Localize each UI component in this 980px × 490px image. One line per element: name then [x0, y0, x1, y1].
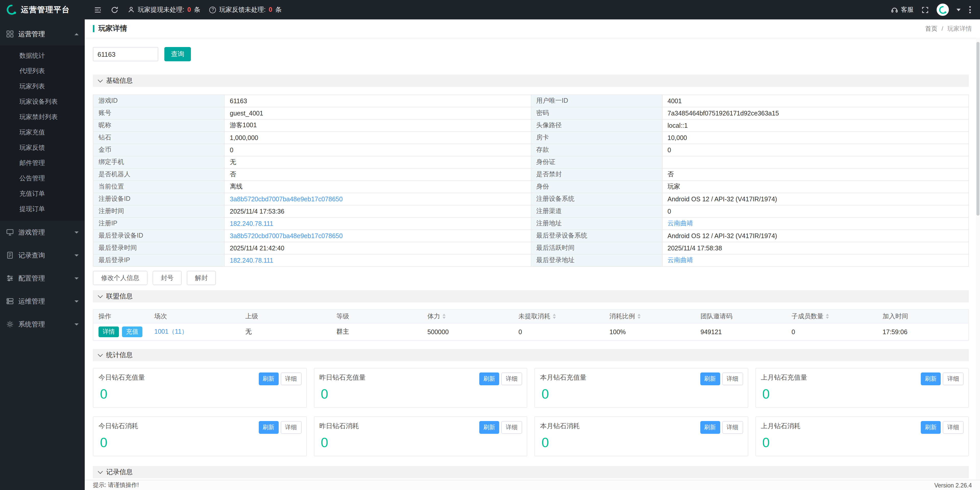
scrollbar-thumb[interactable] — [977, 42, 980, 215]
alliance-column-header[interactable]: 未提取消耗 — [513, 310, 605, 323]
alliance-column-header[interactable]: 子成员数量 — [787, 310, 878, 323]
alliance-recharge-button[interactable]: 充值 — [122, 327, 142, 337]
sidebar-item[interactable]: 代理列表 — [0, 63, 85, 79]
search-row: 查询 — [93, 47, 969, 61]
breadcrumb-home[interactable]: 首页 — [925, 24, 937, 33]
field-value: Android OS 12 / API-32 (V417IR/1974) — [662, 193, 969, 205]
sidebar-group-label: 游戏管理 — [18, 228, 70, 237]
details-button[interactable]: 详细 — [280, 421, 301, 434]
refresh-button[interactable]: 刷新 — [479, 421, 499, 434]
details-button[interactable]: 详细 — [722, 372, 743, 385]
sidebar-item[interactable]: 玩家禁封列表 — [0, 109, 85, 124]
field-value-link[interactable]: 云南曲靖 — [668, 220, 693, 227]
sidebar: 运营管理数据统计代理列表玩家列表玩家设备列表玩家禁封列表玩家充值玩家反馈邮件管理… — [0, 19, 85, 490]
field-label: 昵称 — [93, 119, 224, 132]
sidebar-group[interactable]: 记录查询 — [0, 244, 85, 267]
field-value: 游客1001 — [224, 119, 531, 132]
search-button[interactable]: 查询 — [164, 47, 191, 61]
field-value-link[interactable]: 3a8b5720cbd7007ba48e9eb17c078650 — [230, 195, 343, 203]
alliance-room-link[interactable]: 1001（11） — [154, 328, 188, 335]
sliders-icon — [6, 275, 14, 282]
field-value: 7a3485464bf0751926171d92ce363a15 — [662, 107, 969, 119]
sidebar-group[interactable]: 游戏管理 — [0, 221, 85, 244]
sidebar-item[interactable]: 提现订单 — [0, 201, 85, 217]
sidebar-item[interactable]: 玩家反馈 — [0, 140, 85, 155]
field-value-link[interactable]: 云南曲靖 — [668, 257, 693, 263]
alliance-column-header[interactable]: 消耗比例 — [605, 310, 695, 323]
details-button[interactable]: 详细 — [943, 372, 964, 385]
feedback-notice[interactable]: ? 玩家反馈未处理: 0 条 — [210, 5, 282, 14]
app-logo[interactable]: 运营管理平台 — [0, 4, 85, 15]
field-value-link[interactable]: 182.240.78.111 — [230, 220, 273, 227]
field-label: 注册时间 — [93, 205, 224, 217]
details-button[interactable]: 详细 — [501, 372, 522, 385]
sort-icon[interactable] — [826, 314, 829, 319]
details-button[interactable]: 详细 — [280, 372, 301, 385]
field-value: Android OS 12 / API-32 (V417IR/1974) — [662, 230, 969, 242]
footer-tip: 提示: 请谨慎操作! — [93, 481, 139, 489]
basic-info-row: 昵称游客1001头像路径local::1 — [93, 119, 969, 132]
avatar[interactable] — [937, 3, 949, 16]
refresh-button[interactable]: 刷新 — [479, 372, 499, 385]
section-header-stats-info[interactable]: 统计信息 — [93, 349, 969, 361]
sidebar-item[interactable]: 玩家充值 — [0, 124, 85, 140]
search-input[interactable] — [93, 47, 158, 61]
alliance-column-label: 场次 — [154, 313, 167, 319]
sort-icon[interactable] — [443, 314, 446, 319]
sidebar-item[interactable]: 邮件管理 — [0, 155, 85, 171]
unban-account-button[interactable]: 解封 — [187, 271, 216, 285]
document-icon — [6, 251, 14, 259]
edit-profile-button[interactable]: 修改个人信息 — [93, 271, 148, 285]
refresh-icon[interactable] — [111, 6, 118, 14]
sidebar-group[interactable]: 系统管理 — [0, 313, 85, 336]
more-menu-icon[interactable] — [968, 5, 972, 14]
chevron-down-icon[interactable] — [956, 8, 961, 11]
collapse-menu-icon[interactable] — [94, 6, 102, 14]
refresh-button[interactable]: 刷新 — [921, 372, 941, 385]
alliance-column-label: 操作 — [99, 313, 111, 319]
withdraw-unit-label: 条 — [194, 5, 200, 14]
field-label: 账号 — [93, 107, 224, 119]
topbar-left: 玩家提现未处理: 0 条 ? 玩家反馈未处理: 0 条 — [85, 5, 282, 14]
ban-account-button[interactable]: 封号 — [153, 271, 182, 285]
sidebar-item[interactable]: 充值订单 — [0, 186, 85, 201]
details-button[interactable]: 详细 — [943, 421, 964, 434]
refresh-button[interactable]: 刷新 — [700, 372, 720, 385]
details-button[interactable]: 详细 — [722, 421, 743, 434]
sidebar-item[interactable]: 玩家设备列表 — [0, 94, 85, 109]
account-actions: 修改个人信息封号解封 — [93, 271, 969, 285]
alliance-column-header[interactable]: 体力 — [422, 310, 514, 323]
fullscreen-icon[interactable] — [921, 6, 929, 14]
sidebar-group[interactable]: 运维管理 — [0, 290, 85, 313]
refresh-button[interactable]: 刷新 — [259, 421, 278, 434]
alliance-header-row: 操作场次上级等级体力未提取消耗消耗比例团队邀请码子成员数量加入时间 — [93, 310, 969, 323]
section-header-alliance-info[interactable]: 联盟信息 — [93, 290, 969, 302]
customer-service-button[interactable]: 客服 — [891, 5, 914, 14]
refresh-button[interactable]: 刷新 — [921, 421, 941, 434]
sidebar-group[interactable]: 运营管理 — [0, 22, 85, 45]
field-label: 最后登录地址 — [531, 254, 662, 267]
sort-icon[interactable] — [553, 314, 556, 319]
field-value-link[interactable]: 3a8b5720cbd7007ba48e9eb17c078650 — [230, 232, 343, 239]
refresh-button[interactable]: 刷新 — [700, 421, 720, 434]
server-icon — [6, 297, 14, 305]
section-header-basic-info[interactable]: 基础信息 — [93, 75, 969, 87]
stat-card-buttons: 刷新详细 — [921, 421, 964, 434]
section-header-records-info[interactable]: 记录信息 — [93, 466, 969, 478]
details-button[interactable]: 详细 — [501, 421, 522, 434]
scrollbar-track[interactable] — [976, 38, 980, 480]
alliance-detail-button[interactable]: 详情 — [99, 327, 119, 337]
alliance-column-header: 等级 — [331, 310, 422, 323]
sort-icon[interactable] — [638, 314, 641, 319]
stat-card-value: 0 — [761, 387, 963, 401]
stat-card-value: 0 — [319, 387, 522, 401]
refresh-button[interactable]: 刷新 — [259, 372, 278, 385]
sidebar-item[interactable]: 公告管理 — [0, 171, 85, 186]
field-value-link[interactable]: 182.240.78.111 — [230, 257, 273, 264]
sidebar-item[interactable]: 数据统计 — [0, 48, 85, 63]
withdraw-notice[interactable]: 玩家提现未处理: 0 条 — [127, 5, 200, 14]
field-label: 最后登录设备ID — [93, 230, 224, 242]
sidebar-group[interactable]: 配置管理 — [0, 267, 85, 290]
field-label: 注册渠道 — [531, 205, 662, 217]
sidebar-item[interactable]: 玩家列表 — [0, 79, 85, 94]
